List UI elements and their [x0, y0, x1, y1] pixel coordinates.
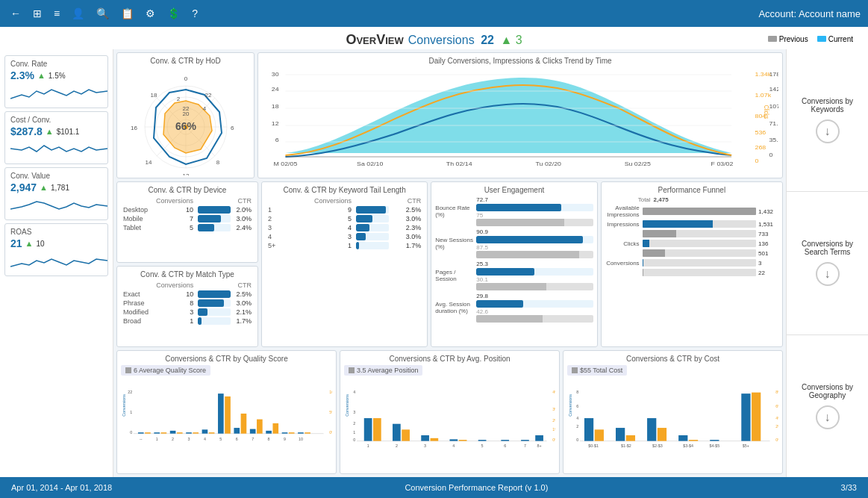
svg-text:2: 2 — [177, 96, 181, 102]
svg-text:0: 0 — [576, 438, 578, 442]
svg-rect-70 — [234, 428, 240, 434]
grid-icon[interactable]: ⊞ — [30, 6, 45, 21]
sidebar-widget-keywords[interactable]: Conversions byKeywords ↓ — [787, 49, 868, 192]
svg-rect-76 — [161, 432, 167, 434]
table-row: Desktop 10 2.0% — [121, 205, 254, 214]
svg-text:--: -- — [140, 437, 143, 441]
search-terms-widget-title: Conversions bySearch Terms — [802, 240, 853, 256]
svg-text:10%: 10% — [329, 390, 332, 394]
sidebar-widget-search-terms[interactable]: Conversions bySearch Terms ↓ — [787, 192, 868, 334]
svg-rect-146 — [658, 428, 666, 441]
engagement-row: Avg. Session duration (%) 29.8 42.6 — [435, 293, 593, 323]
quality-score-chart: Conversions & CTR by Quality Score 6 Ave… — [116, 350, 337, 474]
table-row: 2 5 3.0% — [266, 214, 423, 223]
svg-text:1.34k: 1.34k — [755, 72, 772, 78]
legend: Previous Current — [761, 34, 861, 45]
svg-text:268: 268 — [755, 145, 766, 151]
svg-rect-83 — [272, 423, 278, 434]
svg-text:6: 6 — [275, 137, 280, 143]
svg-rect-80 — [225, 396, 231, 434]
svg-rect-114 — [430, 438, 438, 441]
currency-icon[interactable]: 💲 — [164, 6, 183, 21]
engagement-card: User Engagement Bounce Rate (%) 72.7 75 — [431, 181, 597, 347]
qs-avg-badge: 6 Average Quality Score — [121, 365, 210, 376]
qs-chart-svg: 22 1 0 10% 5% 0% Conversions — [121, 378, 332, 464]
svg-rect-75 — [145, 432, 151, 434]
svg-text:M 02/05: M 02/05 — [274, 161, 298, 167]
svg-text:12: 12 — [272, 121, 279, 127]
table-row: Broad 1 1.7% — [121, 317, 254, 326]
svg-rect-85 — [305, 432, 310, 434]
list-icon[interactable]: 📋 — [118, 6, 137, 21]
geography-download-btn[interactable]: ↓ — [816, 405, 840, 429]
metric-conv-rate-title: Conv. Rate — [10, 60, 102, 68]
table-row: 3 4 2.3% — [266, 223, 423, 232]
svg-text:2: 2 — [172, 437, 174, 441]
search-icon[interactable]: 🔍 — [93, 6, 112, 21]
svg-text:Conversions: Conversions — [568, 394, 572, 417]
svg-text:2: 2 — [353, 421, 355, 426]
legend-previous: Previous — [768, 35, 808, 43]
svg-text:1.07k: 1.07k — [755, 93, 772, 99]
svg-rect-111 — [393, 424, 401, 441]
svg-text:6: 6 — [231, 125, 234, 131]
svg-text:0%: 0% — [552, 438, 555, 442]
svg-text:$5+: $5+ — [743, 443, 749, 448]
svg-text:5: 5 — [481, 443, 484, 448]
keyword-tail-card: Conv. & CTR by Keyword Tail Length Conve… — [261, 181, 428, 347]
metric-cost-conv-value: $287.8 — [10, 125, 43, 137]
table-row: Tablet 5 2.4% — [121, 223, 254, 232]
svg-text:0%: 0% — [329, 430, 332, 435]
engagement-row: New Sessions (%) 90.9 87.5 — [435, 228, 593, 258]
svg-text:4: 4 — [576, 416, 578, 420]
svg-text:6%: 6% — [775, 404, 778, 408]
page-wrapper: ← ⊞ ≡ 👤 🔍 📋 ⚙ 💲 ? Account: Account name … — [0, 0, 868, 498]
svg-rect-65 — [154, 432, 160, 434]
funnel-row: 22 — [605, 269, 778, 276]
svg-rect-113 — [421, 435, 429, 441]
sidebar-widget-geography[interactable]: Conversions byGeography ↓ — [787, 335, 868, 477]
svg-rect-141 — [584, 418, 593, 441]
svg-rect-112 — [402, 429, 410, 441]
table-row: Phrase 8 3.0% — [121, 299, 254, 308]
user-icon[interactable]: 👤 — [69, 6, 87, 21]
svg-rect-118 — [501, 440, 509, 441]
chart-icon[interactable]: ≡ — [51, 6, 63, 21]
keyword-tail-table: Conversions CTR 1 9 — [266, 196, 423, 250]
svg-text:4: 4 — [203, 105, 207, 112]
back-icon[interactable]: ← — [7, 6, 24, 21]
account-label: Account: Account name — [758, 8, 861, 19]
conv-rate-sparkline — [10, 84, 107, 102]
svg-text:12: 12 — [183, 172, 190, 175]
engagement-row: Pages / Session 25.3 30.1 — [435, 261, 593, 290]
overview-title-row: OverView Conversions 22 ▲ 3 — [346, 28, 522, 49]
metric-roas: ROAS 21 ▲ 10 — [4, 223, 108, 276]
svg-text:35.5k: 35.5k — [769, 137, 778, 143]
svg-text:$1-$2: $1-$2 — [621, 443, 631, 448]
svg-text:8: 8 — [576, 390, 578, 394]
avg-pos-title: Conversions & CTR by Avg. Position — [344, 355, 555, 363]
svg-rect-64 — [138, 432, 144, 434]
svg-text:2%: 2% — [775, 424, 778, 429]
svg-rect-149 — [710, 440, 719, 441]
conv-rate-arrow: ▲ — [37, 71, 46, 80]
metric-roas-value: 21 — [10, 237, 22, 249]
metric-roas-change: 10 — [36, 240, 44, 248]
svg-text:2%: 2% — [552, 418, 555, 423]
search-terms-download-btn[interactable]: ↓ — [816, 262, 840, 286]
hod-chart-card: Conv. & CTR by HoD — [116, 52, 255, 178]
svg-text:536: 536 — [755, 130, 766, 136]
svg-text:66%: 66% — [175, 120, 197, 132]
svg-text:4%: 4% — [775, 416, 778, 420]
cost-chart: Conversions & CTR by Cost $55 Total Cost… — [563, 350, 783, 474]
overview-subtitle: Conversions 22 ▲ 3 — [408, 34, 522, 47]
svg-rect-84 — [289, 432, 295, 434]
svg-rect-119 — [521, 440, 529, 441]
keywords-download-btn[interactable]: ↓ — [816, 119, 840, 143]
trend-chart-card: Daily Conversions, Impressions & Clicks … — [257, 52, 783, 178]
help-icon[interactable]: ? — [189, 6, 201, 21]
left-sidebar: Conv. Rate 2.3% ▲ 1.5% Cost / Conv. $287… — [0, 49, 113, 477]
settings-icon[interactable]: ⚙ — [143, 6, 158, 21]
funnel-row: 733 — [605, 230, 778, 237]
metric-cost-conv-change: $101.1 — [57, 128, 80, 136]
